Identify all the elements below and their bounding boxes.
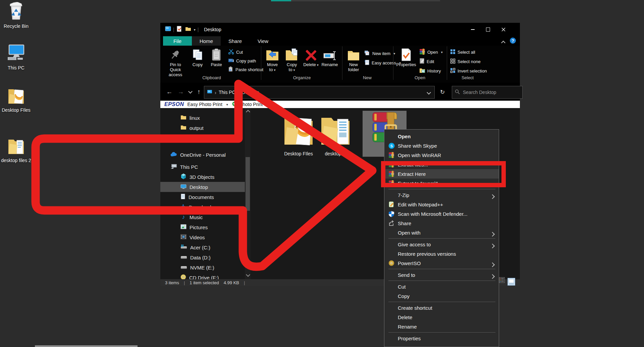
desktop-icon-desktop-files[interactable]: Desktop FIles bbox=[0, 87, 32, 113]
back-button[interactable]: ← bbox=[164, 86, 174, 98]
paste-shortcut-button[interactable]: Paste shortcut bbox=[228, 66, 263, 73]
menu-item-scan-with-defender[interactable]: Scan with Microsoft Defender... bbox=[384, 209, 499, 218]
menu-item-give-access-to[interactable]: Give access to bbox=[384, 240, 499, 249]
folder-docs-icon bbox=[318, 113, 353, 148]
properties-button[interactable]: Properties bbox=[396, 48, 417, 67]
qat-new-folder-icon[interactable] bbox=[185, 27, 191, 33]
menu-item-extract-to[interactable]: Extract to "exam\" bbox=[384, 179, 499, 188]
menu-item-open[interactable]: Open bbox=[384, 132, 499, 141]
invert-selection-button[interactable]: Invert selection bbox=[450, 67, 487, 75]
breadcrumb-desktop[interactable]: Desktop bbox=[242, 90, 259, 95]
open-button[interactable]: Open▾ bbox=[419, 48, 443, 56]
menu-item-edit-with-notepadpp[interactable]: Edit with Notepad++ bbox=[384, 200, 499, 209]
address-bar[interactable]: › This PC › Desktop bbox=[204, 86, 435, 99]
minimize-button[interactable] bbox=[465, 23, 480, 36]
winrar-icon bbox=[419, 49, 425, 56]
sidebar-item-drive-c[interactable]: Acer (C:) bbox=[160, 242, 245, 252]
sidebar-item-drive-e[interactable]: NVME (E:) bbox=[160, 262, 245, 272]
new-folder-button[interactable]: New folder bbox=[345, 48, 362, 72]
desktop-icon-this-pc[interactable]: This PC bbox=[0, 44, 32, 71]
search-input[interactable] bbox=[462, 89, 511, 95]
menu-item-cut[interactable]: Cut bbox=[384, 282, 499, 291]
menu-item-share-with-skype[interactable]: S Share with Skype bbox=[384, 141, 499, 150]
address-dropdown-icon[interactable] bbox=[427, 90, 430, 95]
desktop-icon-desktop-files-2[interactable]: desktop files 2 bbox=[0, 137, 32, 163]
sidebar-item-this-pc[interactable]: This PC bbox=[160, 162, 245, 172]
move-to-button[interactable]: Move to▾ bbox=[264, 48, 281, 72]
select-none-button[interactable]: Select none bbox=[450, 58, 481, 65]
copy-to-button[interactable]: Copy to▾ bbox=[283, 48, 301, 72]
sidebar-item-linux[interactable]: linux bbox=[160, 113, 245, 123]
search-box[interactable] bbox=[452, 86, 523, 99]
menu-item-poweriso[interactable]: PowerISO bbox=[384, 258, 499, 268]
qat-customize-caret-icon[interactable]: ▾ bbox=[194, 28, 196, 32]
history-icon bbox=[419, 68, 425, 74]
sidebar-item-output[interactable]: output bbox=[160, 123, 245, 133]
copy-path-button[interactable]: Copy path bbox=[228, 57, 256, 64]
thumbnail-view-icon[interactable] bbox=[507, 278, 515, 287]
menu-item-extract-here[interactable]: Extract Here bbox=[384, 169, 499, 179]
sidebar-item-pictures[interactable]: Pictures bbox=[160, 222, 245, 232]
sidebar-item-desktop[interactable]: Desktop bbox=[160, 182, 245, 192]
details-view-icon[interactable] bbox=[499, 277, 505, 284]
sidebar-item-music[interactable]: ♪ Music bbox=[160, 212, 245, 222]
menu-item-share[interactable]: Share bbox=[384, 218, 499, 228]
rename-button[interactable]: Rename bbox=[320, 48, 339, 67]
menu-item-restore-previous-versions[interactable]: Restore previous versions bbox=[384, 249, 499, 258]
desktop-icon-recycle-bin[interactable]: Recycle Bin bbox=[0, 3, 32, 29]
select-all-button[interactable]: Select all bbox=[450, 48, 475, 56]
sidebar-scrollbar-thumb[interactable] bbox=[246, 157, 250, 211]
winrar-icon bbox=[388, 152, 398, 158]
onedrive-icon bbox=[170, 152, 177, 158]
folder-docs-icon bbox=[7, 137, 25, 156]
tab-view[interactable]: View bbox=[250, 36, 276, 46]
epson-print-action[interactable]: Photo Print bbox=[239, 102, 263, 107]
sidebar-item-hidden[interactable] bbox=[160, 133, 245, 143]
history-button[interactable]: History bbox=[419, 67, 441, 75]
menu-item-open-with[interactable]: Open with bbox=[384, 228, 499, 237]
menu-item-open-with-winrar[interactable]: Open with WinRAR bbox=[384, 150, 499, 160]
collapse-ribbon-icon[interactable] bbox=[502, 40, 505, 46]
easy-access-button[interactable]: Easy access▾ bbox=[364, 59, 401, 66]
rename-icon bbox=[320, 48, 339, 61]
new-item-button[interactable]: New item▾ bbox=[364, 50, 395, 57]
paste-button[interactable]: Paste bbox=[208, 48, 225, 67]
tab-home[interactable]: Home bbox=[192, 36, 221, 46]
menu-item-rename[interactable]: Rename bbox=[384, 322, 499, 331]
menu-item-7zip[interactable]: 7-Zip bbox=[384, 190, 499, 200]
menu-item-extract-files[interactable]: Extract files... bbox=[384, 160, 499, 169]
epson-dropdown-icon[interactable]: ▾ bbox=[226, 103, 228, 106]
delete-button[interactable]: Delete▾ bbox=[303, 48, 319, 67]
breadcrumb-this-pc[interactable]: This PC bbox=[219, 90, 235, 95]
sidebar-item-drive-d[interactable]: Data (D:) bbox=[160, 252, 245, 262]
maximize-button[interactable] bbox=[480, 23, 496, 36]
menu-item-delete[interactable]: Delete bbox=[384, 312, 499, 322]
sidebar-scrollbar[interactable] bbox=[245, 108, 251, 279]
close-button[interactable] bbox=[496, 23, 511, 36]
tab-share[interactable]: Share bbox=[221, 36, 250, 46]
help-icon[interactable]: ? bbox=[510, 38, 516, 44]
paste-shortcut-icon bbox=[228, 66, 233, 73]
menu-item-send-to[interactable]: Send to bbox=[384, 270, 499, 280]
forward-button[interactable]: → bbox=[176, 86, 186, 98]
sidebar-item-documents[interactable]: Documents bbox=[160, 192, 245, 202]
menu-item-copy[interactable]: Copy bbox=[384, 291, 499, 301]
location-icon bbox=[207, 90, 212, 95]
tab-file[interactable]: File bbox=[163, 36, 192, 46]
sidebar-item-onedrive[interactable]: OneDrive - Personal bbox=[160, 150, 245, 160]
edit-button[interactable]: Edit bbox=[419, 58, 434, 65]
menu-item-properties[interactable]: Properties bbox=[384, 334, 499, 343]
sidebar-item-3d-objects[interactable]: 3D Objects bbox=[160, 172, 245, 182]
sidebar-item-downloads[interactable]: Downloads bbox=[160, 202, 245, 212]
sidebar-item-videos[interactable]: Videos bbox=[160, 232, 245, 242]
menu-item-create-shortcut[interactable]: Create shortcut bbox=[384, 303, 499, 312]
cut-button[interactable]: Cut bbox=[228, 48, 243, 56]
up-button[interactable]: ↑ bbox=[194, 86, 204, 98]
pin-to-quick-access-button[interactable]: Pin to Quick access bbox=[164, 48, 186, 77]
top-strip-gray bbox=[291, 0, 440, 1]
refresh-icon[interactable]: ↻ bbox=[437, 86, 448, 98]
copy-button[interactable]: Copy bbox=[189, 48, 206, 67]
qat-properties-icon[interactable] bbox=[176, 26, 182, 34]
file-item-desktop-fil[interactable]: desktop fil bbox=[310, 110, 361, 156]
recent-locations-icon[interactable] bbox=[186, 86, 194, 98]
